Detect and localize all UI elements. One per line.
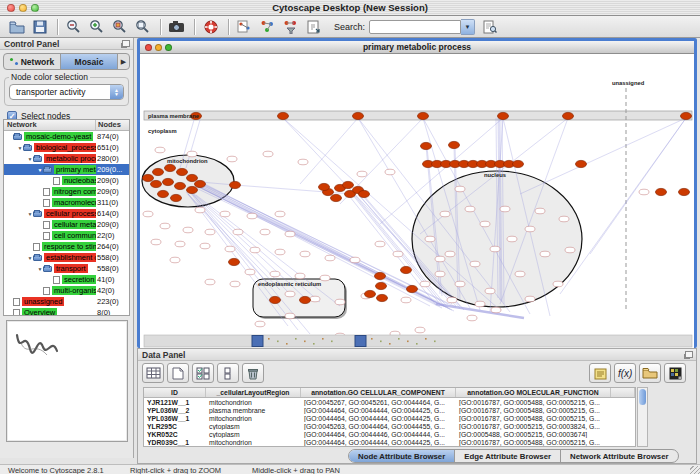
gene-node[interactable] (183, 227, 193, 233)
selected-gene-node[interactable] (278, 112, 289, 119)
gene-node[interactable] (250, 247, 260, 253)
selected-gene-node[interactable] (498, 112, 509, 119)
function-builder-icon[interactable]: f(x) (614, 363, 636, 383)
tree-row[interactable]: mosaic-demo-yeast874(0) (4, 131, 129, 142)
gene-node[interactable] (485, 288, 495, 294)
gene-node[interactable] (255, 321, 265, 327)
selected-gene-node[interactable] (165, 164, 176, 171)
gene-node[interactable] (225, 246, 235, 252)
gene-node[interactable] (445, 251, 455, 257)
selected-gene-node[interactable] (229, 258, 240, 265)
gene-node[interactable] (420, 281, 430, 287)
table-row[interactable]: YLR295Ccytoplasm[GO:0045263, GO:0044464,… (144, 422, 635, 430)
tree-row[interactable]: cell communicat22(0) (4, 230, 129, 241)
gene-node[interactable] (425, 236, 435, 242)
selected-gene-node[interactable] (177, 168, 188, 175)
selected-gene-node[interactable] (421, 142, 432, 149)
import-network-icon[interactable] (303, 18, 324, 36)
tree-row[interactable]: ▼biological_process651(0) (4, 142, 129, 153)
selected-gene-node[interactable] (230, 181, 241, 188)
gene-node[interactable] (393, 251, 403, 257)
gene-node[interactable] (205, 229, 215, 235)
gene-node[interactable] (553, 281, 563, 287)
search-input[interactable] (369, 20, 461, 34)
gene-node[interactable] (455, 281, 465, 287)
gene-node[interactable] (175, 241, 185, 247)
column-header[interactable]: annotation.GO CELLULAR_COMPONENT (301, 388, 456, 397)
gene-node[interactable] (143, 211, 153, 217)
tree-row[interactable]: macromolecule311(0) (4, 197, 129, 208)
gene-node[interactable] (435, 256, 445, 262)
selected-gene-node[interactable] (143, 174, 154, 181)
gene-node[interactable] (195, 207, 205, 213)
tree-col-nodes[interactable]: Nodes (96, 120, 129, 130)
gene-node[interactable] (639, 189, 649, 195)
gene-node[interactable] (275, 211, 285, 217)
selected-gene-node[interactable] (270, 296, 281, 303)
selected-gene-node[interactable] (407, 285, 418, 292)
delete-attribute-icon[interactable] (242, 363, 264, 383)
node-color-select[interactable]: transporter activity ▲▼ (9, 84, 124, 100)
gene-node[interactable] (401, 297, 411, 303)
gene-node[interactable] (205, 279, 215, 285)
selected-gene-node[interactable] (300, 296, 311, 303)
float-panel-icon[interactable] (122, 40, 130, 47)
selected-gene-node[interactable] (681, 112, 692, 119)
gene-node[interactable] (455, 186, 465, 192)
unselect-attributes-icon[interactable] (217, 363, 239, 383)
window-titlebar[interactable]: Cytoscape Desktop (New Session) (0, 0, 700, 16)
help-icon[interactable] (200, 18, 221, 36)
gene-node[interactable] (285, 291, 295, 297)
selected-gene-node[interactable] (151, 180, 162, 187)
gene-node[interactable] (275, 249, 285, 255)
gene-node[interactable] (285, 231, 295, 237)
table-row[interactable]: YPL036W__1mitochondrion[GO:0044464, GO:0… (144, 414, 635, 422)
tree-row[interactable]: ▼metabolic process280(0) (4, 153, 129, 164)
gene-node[interactable] (170, 257, 180, 263)
gene-node[interactable] (470, 261, 480, 267)
gene-node[interactable] (507, 236, 517, 242)
selected-gene-node[interactable] (343, 181, 354, 188)
gene-node[interactable] (467, 315, 477, 321)
gene-node[interactable] (325, 255, 335, 261)
tree-row[interactable]: ▼establishment of lo558(0) (4, 252, 129, 263)
filter-icon[interactable] (280, 18, 301, 36)
selected-gene-node[interactable] (319, 183, 330, 190)
column-header[interactable]: ID (144, 388, 206, 397)
attribute-table[interactable]: ID_cellularLayoutRegionannotation.GO CEL… (143, 387, 636, 447)
gene-node[interactable] (535, 208, 545, 214)
resize-grip[interactable] (690, 466, 700, 474)
selected-gene-node[interactable] (563, 112, 574, 119)
zoom-fit-icon[interactable] (132, 18, 153, 36)
selected-gene-node[interactable] (195, 180, 206, 187)
selected-gene-node[interactable] (359, 190, 370, 197)
tree-row[interactable]: nitrogen compo209(0) (4, 186, 129, 197)
zoom-out-icon[interactable] (63, 18, 84, 36)
gene-node[interactable] (247, 213, 257, 219)
minimized-frame-icon[interactable] (252, 336, 263, 347)
save-icon[interactable] (29, 18, 50, 36)
scrollbar-thumb[interactable] (639, 389, 646, 405)
gene-node[interactable] (490, 246, 500, 252)
matrix-icon[interactable] (664, 363, 686, 383)
birds-eye-view[interactable] (6, 320, 128, 442)
table-icon[interactable] (142, 363, 164, 383)
network-canvas[interactable]: plasma membranecytoplasmmitochondrionnuc… (140, 54, 694, 348)
zoom-selected-icon[interactable] (109, 18, 130, 36)
table-row[interactable]: YPL036W__2plasma membrane[GO:0044464, GO… (144, 406, 635, 414)
gene-node[interactable] (200, 243, 210, 249)
tree-row[interactable]: Overview8(0) (4, 307, 129, 316)
tree-row[interactable]: secretion41(0) (4, 274, 129, 285)
selected-gene-node[interactable] (365, 290, 376, 297)
selected-gene-node[interactable] (187, 174, 198, 181)
gene-node[interactable] (525, 296, 535, 302)
selected-gene-node[interactable] (513, 160, 524, 167)
gene-node[interactable] (465, 206, 475, 212)
table-row[interactable]: YJR121W__1mitochondrion[GO:0045267, GO:0… (144, 398, 635, 406)
selected-gene-node[interactable] (656, 188, 667, 195)
selected-gene-node[interactable] (158, 190, 169, 197)
gene-node[interactable] (350, 257, 360, 263)
snapshot-icon[interactable] (166, 18, 187, 36)
select-attributes-icon[interactable] (192, 363, 214, 383)
tab-mosaic[interactable]: Mosaic (61, 54, 118, 69)
